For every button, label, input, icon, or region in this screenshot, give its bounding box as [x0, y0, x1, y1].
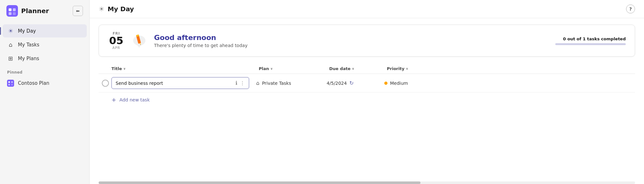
greeting-card: FRI 05 Apr Good aftern [99, 25, 635, 57]
sidebar-item-contoso-plan[interactable]: Contoso Plan [3, 76, 87, 90]
task-name-cell: Send business report ℹ ⋮ [111, 77, 256, 89]
sidebar-logo: Planner [6, 5, 49, 17]
task-duedate-cell: 4/5/2024 ↻ [327, 80, 384, 86]
svg-rect-3 [9, 12, 12, 15]
pencil-illustration [131, 32, 148, 50]
sidebar-nav: ☀ My Day ⌂ My Tasks ⊞ My Plans [0, 24, 89, 65]
task-checkbox[interactable] [102, 80, 109, 87]
task-plan-name: Private Tasks [262, 81, 291, 86]
sidebar-pinned-nav: Contoso Plan [0, 76, 89, 90]
greeting-text: Good afternoon There's plenty of time to… [154, 34, 549, 48]
task-priority-label: Medium [390, 81, 408, 86]
priority-sort-icon: ∨ [406, 67, 408, 70]
table-row: Send business report ℹ ⋮ ⌂ Private Tasks… [99, 74, 635, 92]
progress-section: 0 out of 1 tasks completed [555, 36, 626, 45]
column-header-due-date[interactable]: Due date ∨ [329, 66, 387, 71]
svg-rect-0 [6, 5, 18, 17]
column-header-plan[interactable]: Plan ∨ [259, 66, 329, 71]
column-header-priority[interactable]: Priority ∨ [387, 66, 635, 71]
column-header-title[interactable]: Title ∨ [111, 66, 259, 71]
sidebar-item-my-plans[interactable]: ⊞ My Plans [3, 52, 87, 65]
contoso-plan-icon [7, 80, 14, 87]
collapse-sidebar-button[interactable]: ⬅ [73, 6, 83, 16]
sidebar-item-my-day[interactable]: ☀ My Day [3, 24, 87, 37]
topbar-left: ☀ My Day [99, 5, 134, 13]
greeting-headline: Good afternoon [154, 34, 549, 42]
task-name-text: Send business report [116, 81, 233, 86]
app-title: Planner [21, 7, 49, 15]
collapse-icon: ⬅ [76, 8, 80, 13]
task-plan-cell: ⌂ Private Tasks [256, 80, 327, 86]
column-plan-label: Plan [259, 66, 269, 71]
add-task-row[interactable]: + Add new task [99, 92, 635, 107]
column-priority-label: Priority [387, 66, 404, 71]
home-icon: ⌂ [7, 41, 14, 48]
planner-logo-icon [6, 5, 18, 17]
svg-rect-4 [13, 12, 16, 15]
recur-icon: ↻ [349, 80, 354, 86]
title-sort-icon: ∨ [123, 67, 126, 70]
greeting-subtext: There's plenty of time to get ahead toda… [154, 43, 549, 48]
task-name-box[interactable]: Send business report ℹ ⋮ [111, 77, 249, 89]
task-info-icon[interactable]: ℹ [235, 80, 237, 86]
sun-icon: ☀ [7, 28, 14, 34]
date-block: FRI 05 Apr [108, 31, 125, 50]
task-priority-cell: Medium [384, 81, 635, 86]
svg-rect-1 [9, 8, 12, 11]
svg-rect-5 [7, 80, 14, 87]
task-table-header: Title ∨ Plan ∨ Due date ∨ Priority ∨ [99, 64, 635, 74]
topbar-sun-icon: ☀ [99, 5, 104, 13]
column-duedate-label: Due date [329, 66, 351, 71]
plan-home-icon: ⌂ [256, 80, 259, 86]
task-due-date: 4/5/2024 [327, 81, 347, 86]
sidebar-item-label: My Day [18, 28, 36, 34]
content-area: FRI 05 Apr Good aftern [90, 18, 644, 181]
topbar: ☀ My Day ? [90, 0, 644, 18]
sidebar-item-my-tasks[interactable]: ⌂ My Tasks [3, 38, 87, 51]
plan-sort-icon: ∨ [270, 67, 273, 70]
sidebar: Planner ⬅ ☀ My Day ⌂ My Tasks ⊞ My Plans… [0, 0, 90, 184]
date-day-number: 05 [108, 36, 125, 46]
pinned-section-label: Pinned [0, 65, 89, 76]
task-more-icon[interactable]: ⋮ [240, 80, 245, 86]
progress-bar-background [555, 43, 626, 45]
help-icon: ? [629, 6, 632, 12]
svg-rect-2 [13, 8, 16, 11]
column-title-label: Title [111, 66, 122, 71]
sidebar-item-label: My Tasks [18, 42, 39, 48]
help-button[interactable]: ? [626, 4, 635, 13]
priority-dot [384, 82, 387, 85]
progress-label: 0 out of 1 tasks completed [555, 36, 626, 41]
add-task-icon: + [111, 96, 116, 103]
svg-rect-9 [11, 84, 13, 85]
scrollbar-area[interactable] [99, 181, 635, 184]
svg-rect-8 [8, 84, 10, 85]
duedate-sort-icon: ∨ [352, 67, 355, 70]
sidebar-item-label: My Plans [18, 56, 39, 61]
sidebar-item-label: Contoso Plan [18, 80, 49, 86]
main-content: ☀ My Day ? FRI 05 Apr [90, 0, 644, 184]
sidebar-header: Planner ⬅ [0, 0, 89, 22]
svg-rect-7 [11, 81, 13, 83]
svg-rect-6 [8, 81, 10, 83]
grid-icon: ⊞ [7, 55, 14, 62]
add-task-label: Add new task [119, 97, 150, 102]
page-title: My Day [108, 5, 134, 13]
scrollbar-thumb[interactable] [99, 181, 420, 184]
